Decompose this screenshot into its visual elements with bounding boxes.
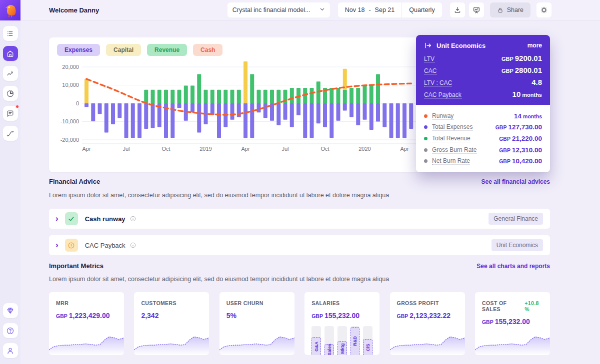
- share-button[interactable]: Share: [490, 2, 530, 17]
- expense-bar: [382, 103, 386, 127]
- unit-economics-row: LTVGBP9200.01: [424, 54, 542, 66]
- chevron-right-icon[interactable]: ›: [56, 214, 58, 223]
- sidebar-item-help[interactable]: [3, 323, 18, 338]
- metric-card-title-text: SALARIES: [312, 300, 340, 306]
- download-button[interactable]: [450, 2, 465, 17]
- notification-dot: [16, 105, 19, 108]
- stat-dot: [424, 114, 428, 118]
- expense-bar: [230, 103, 234, 120]
- advice-row-cash-runway[interactable]: ›Cash runwayGeneral Finance: [49, 209, 550, 229]
- metric-card-title-text: GROSS PROFIT: [397, 300, 439, 306]
- advice-title: Cash runway: [85, 215, 126, 223]
- sidebar-item-flows[interactable]: [3, 126, 18, 141]
- revenue-bar: [264, 90, 268, 103]
- sidebar-item-chat[interactable]: [3, 106, 18, 121]
- legend-chip-expenses[interactable]: Expenses: [57, 44, 100, 56]
- category-badge: General Finance: [488, 213, 543, 225]
- metric-card-gross-profit[interactable]: GROSS PROFITGBP2,123,232.22: [390, 292, 465, 355]
- page-title: Welcome Danny: [49, 6, 99, 14]
- x-tick: Oct: [320, 146, 329, 152]
- see-all-advices-link[interactable]: See all financial advices: [482, 178, 550, 185]
- date-to: Sep 21: [375, 6, 395, 13]
- sidebar-item-user[interactable]: [3, 343, 18, 358]
- see-all-charts-link[interactable]: See all charts and reports: [476, 263, 550, 270]
- mini-bar-label: C/S: [366, 344, 370, 351]
- stat-label[interactable]: Total Revenue: [432, 135, 470, 142]
- legend-chip-revenue[interactable]: Revenue: [147, 44, 187, 56]
- metric-label[interactable]: CAC Payback: [424, 91, 462, 99]
- expense-bar: [343, 103, 347, 111]
- chevron-right-icon[interactable]: ›: [56, 241, 58, 249]
- sidebar-item-pie-chart[interactable]: [3, 86, 18, 101]
- stat-label[interactable]: Gross Burn Rate: [432, 146, 476, 154]
- unit-economics-row: LTV : CAC4.8: [424, 78, 542, 90]
- chat-icon: [6, 109, 14, 118]
- date-range-button[interactable]: Nov 18 - Sep 21: [338, 6, 402, 13]
- settings-button[interactable]: [536, 2, 552, 17]
- mini-bar-label: G&A: [314, 342, 319, 352]
- list-icon: [6, 29, 14, 38]
- metric-label[interactable]: CAC: [424, 67, 436, 75]
- metric-label[interactable]: LTV: [424, 55, 434, 63]
- mini-bar-track: C/S: [363, 326, 372, 355]
- revenue-bar: [144, 90, 148, 103]
- more-link[interactable]: more: [528, 42, 542, 49]
- mini-bar: R&D: [350, 327, 360, 355]
- stat-label[interactable]: Net Burn Rate: [432, 157, 470, 165]
- revenue-bar: [276, 90, 280, 103]
- stat-dot: [424, 125, 428, 129]
- presentation-button[interactable]: [469, 2, 484, 17]
- sidebar-item-trends[interactable]: [3, 66, 18, 81]
- x-tick: Oct: [162, 146, 170, 152]
- revenue-bar: [343, 90, 347, 103]
- app-logo[interactable]: [0, 0, 20, 20]
- revenue-bar: [217, 90, 221, 103]
- metric-card-value: GBP1,223,429.00: [56, 312, 117, 320]
- metric-label[interactable]: LTV : CAC: [424, 79, 452, 87]
- metric-card-value: GBP155,232.00: [482, 318, 543, 326]
- mini-bar: C/S: [363, 339, 372, 355]
- expense-bar: [336, 103, 340, 121]
- y-tick: -20,000: [60, 137, 79, 143]
- metric-card-title-text: CUSTOMERS: [141, 300, 176, 306]
- sidebar-item-home[interactable]: [3, 46, 18, 61]
- info-icon[interactable]: [130, 242, 136, 249]
- info-icon[interactable]: [130, 215, 136, 222]
- metric-card-cost-of-sales[interactable]: COST OF SALES+10.8 %GBP155,232.00: [475, 292, 550, 355]
- mini-bar-label: Sales: [326, 344, 332, 355]
- sidebar-item-gem[interactable]: [3, 303, 18, 318]
- mini-bar-label: R&D: [352, 337, 358, 347]
- metric-card-value: 2,342: [141, 312, 202, 320]
- stat-label[interactable]: Runway: [432, 112, 454, 120]
- advice-row-cac-payback[interactable]: ›CAC PaybackUnit Economics: [49, 235, 550, 255]
- metric-card-customers[interactable]: CUSTOMERS2,342: [134, 292, 209, 355]
- metric-card-title: MRR: [56, 300, 117, 306]
- revenue-bar: [224, 90, 228, 103]
- capital-bar: [244, 61, 248, 103]
- legend-chip-capital[interactable]: Capital: [106, 44, 141, 56]
- revenue-bar: [257, 90, 261, 103]
- stat-row: Net Burn RateGBP10,420.00: [424, 155, 542, 167]
- expense-bar: [409, 103, 413, 129]
- expense-bar: [84, 103, 88, 107]
- stat-label[interactable]: Total Expenses: [432, 123, 472, 131]
- cash-line: [86, 79, 411, 115]
- metric-card-mrr[interactable]: MRRGBP1,223,429.00: [49, 292, 124, 355]
- legend-chip-cash[interactable]: Cash: [193, 44, 222, 56]
- metric-card-title: COST OF SALES+10.8 %: [482, 300, 543, 312]
- y-tick: 10,000: [62, 82, 79, 88]
- chevron-down-icon: [320, 6, 325, 13]
- stat-value: 14months: [514, 112, 542, 120]
- expense-bar: [290, 103, 294, 127]
- period-button[interactable]: Quarterly: [402, 6, 442, 13]
- expense-bar: [303, 103, 307, 138]
- model-select[interactable]: Crystal inc financial model...: [228, 2, 330, 17]
- topbar: Welcome Danny Crystal inc financial mode…: [20, 0, 600, 20]
- stat-value: GBP10,420.00: [499, 157, 542, 165]
- sidebar-item-list[interactable]: [3, 26, 18, 41]
- metric-card-user-churn[interactable]: USER CHURN5%: [220, 292, 294, 355]
- metric-card-salaries[interactable]: SALARIESGBP155,232.00G&ASalesMktgR&DC/S: [304, 292, 380, 355]
- metric-card-title-text: MRR: [56, 300, 68, 306]
- capital-bar: [343, 69, 347, 90]
- check-icon: [65, 212, 78, 225]
